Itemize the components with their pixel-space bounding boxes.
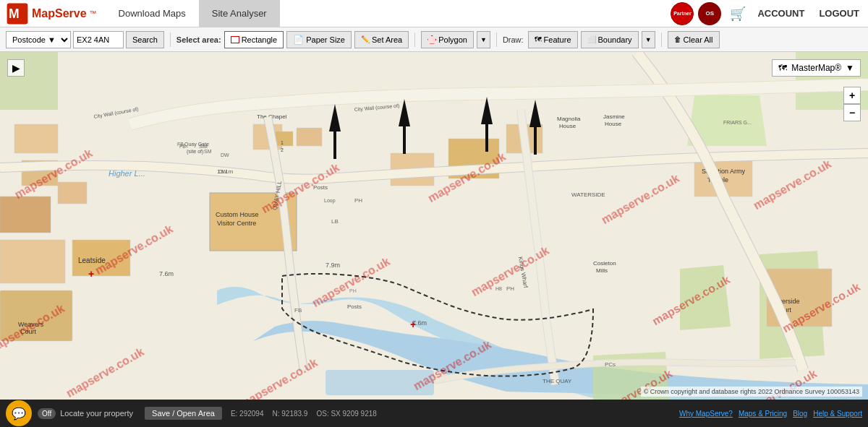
svg-text:Jasmine: Jasmine (603, 113, 625, 120)
polygon-icon (427, 35, 436, 44)
paper-size-button[interactable]: 📄 Paper Size (286, 31, 352, 48)
svg-text:DW: DW (218, 169, 227, 174)
svg-text:THE QUAY: THE QUAY (542, 378, 572, 384)
svg-text:+: + (88, 268, 94, 280)
pan-button[interactable]: ▶ (7, 59, 25, 77)
feature-icon: 🗺 (535, 35, 542, 43)
os-badge-circle: OS (698, 2, 721, 25)
map-layer-dropdown-icon[interactable]: ▼ (846, 63, 854, 73)
svg-text:Cosleton: Cosleton (593, 260, 616, 267)
svg-rect-4 (14, 124, 58, 153)
locate-label: Locate your property (60, 409, 133, 418)
divider-4 (661, 33, 662, 47)
svg-text:Loop: Loop (324, 198, 336, 204)
footer-center: Save / Open Area E: 292094 N: 92183.9 OS… (145, 407, 377, 420)
svg-text:7.9m: 7.9m (326, 262, 340, 269)
svg-rect-20 (297, 128, 322, 146)
svg-text:FB: FB (294, 307, 302, 314)
polygon-dropdown[interactable]: ▼ (477, 31, 490, 48)
tab-download-maps[interactable]: Download Maps (106, 0, 199, 27)
map-canvas: Weavers Court Leatside Custom House Visi… (0, 52, 868, 400)
locate-toggle-group: Off Locate your property (38, 408, 133, 419)
divider-1 (170, 33, 171, 47)
partner-badge-circle: Partner (671, 2, 694, 25)
svg-text:7.6m: 7.6m (159, 270, 174, 277)
postcode-dropdown[interactable]: Postcode ▼ (6, 31, 71, 48)
svg-text:WATERSIDE: WATERSIDE (571, 191, 605, 198)
rectangle-button[interactable]: Rectangle (224, 31, 284, 48)
postcode-group: Postcode ▼ Search (6, 31, 164, 48)
divider-2 (414, 33, 415, 47)
svg-text:PH: PH (506, 285, 514, 292)
zoom-in-button[interactable]: + (843, 87, 861, 104)
coord-n: N: 92183.9 (273, 410, 308, 418)
boundary-dropdown[interactable]: ▼ (642, 31, 655, 48)
polygon-button[interactable]: Polygon (421, 31, 474, 48)
map-container[interactable]: Weavers Court Leatside Custom House Visi… (0, 52, 868, 400)
chat-icon: 💬 (12, 407, 26, 420)
help-link[interactable]: Help & Support (813, 410, 862, 418)
feature-button[interactable]: 🗺 Feature (528, 31, 578, 48)
zoom-controls: + − (843, 87, 861, 121)
clear-all-button[interactable]: 🗑 Clear All (668, 31, 720, 48)
svg-text:+: + (410, 319, 416, 330)
select-area-label: Select area: (176, 35, 221, 44)
map-layer-label: MasterMap® (791, 63, 841, 73)
footer: 💬 Off Locate your property Save / Open A… (0, 400, 868, 427)
logo-text: MapServe (32, 7, 87, 20)
svg-text:Magnolia: Magnolia (557, 116, 581, 122)
map-layer-panel[interactable]: 🗺 MasterMap® ▼ (772, 59, 861, 77)
blog-link[interactable]: Blog (793, 410, 807, 418)
coord-e: E: 292094 (231, 410, 264, 418)
toggle-label[interactable]: Off (38, 408, 56, 419)
svg-text:H8: H8 (495, 286, 502, 291)
maps-pricing-link[interactable]: Maps & Pricing (739, 410, 787, 418)
svg-text:(site of): (site of) (187, 149, 203, 155)
svg-rect-6 (0, 197, 51, 233)
logo: M MapServe™ (6, 2, 97, 25)
header: M MapServe™ Download Maps Site Analyser … (0, 0, 868, 27)
svg-rect-8 (0, 240, 65, 283)
map-copyright: © Crown copyright and database rights 20… (641, 387, 862, 397)
cart-icon[interactable]: 🛒 (730, 6, 746, 22)
svg-text:Higher L...: Higher L... (109, 169, 145, 178)
save-open-button[interactable]: Save / Open Area (145, 407, 222, 420)
account-button[interactable]: ACCOUNT (754, 8, 807, 19)
boundary-icon: ⬜ (587, 35, 596, 43)
svg-text:PH: PH (354, 197, 362, 204)
set-area-button[interactable]: ✏️ Set Area (354, 31, 409, 48)
set-area-icon: ✏️ (361, 35, 370, 43)
postcode-input[interactable] (73, 31, 124, 48)
svg-rect-7 (58, 182, 87, 204)
logo-icon: M (6, 2, 29, 25)
zoom-out-button[interactable]: − (843, 104, 861, 121)
svg-text:LB: LB (331, 218, 339, 225)
trash-icon: 🗑 (674, 35, 681, 43)
paper-icon: 📄 (293, 35, 304, 45)
header-right: Partner OS 🛒 ACCOUNT LOGOUT (671, 2, 862, 25)
logout-button[interactable]: LOGOUT (816, 8, 862, 19)
svg-text:Visitor Centre: Visitor Centre (217, 220, 256, 227)
chat-button[interactable]: 💬 (6, 400, 32, 426)
pan-icon: ▶ (12, 62, 20, 74)
partner-badge: Partner OS (671, 2, 721, 25)
logo-trademark: ™ (90, 9, 97, 17)
svg-text:SM: SM (204, 149, 212, 154)
svg-text:PCs: PCs (605, 361, 616, 368)
svg-text:Custom House: Custom House (216, 211, 259, 218)
footer-right: Why MapServe? Maps & Pricing Blog Help &… (679, 410, 862, 418)
svg-text:1: 1 (281, 140, 284, 145)
svg-text:FB: FB (177, 142, 184, 147)
search-button[interactable]: Search (126, 31, 164, 48)
svg-text:House: House (605, 121, 622, 127)
tab-site-analyser[interactable]: Site Analyser (199, 0, 280, 27)
boundary-button[interactable]: ⬜ Boundary (581, 31, 639, 48)
svg-text:House: House (559, 123, 576, 129)
why-mapserve-link[interactable]: Why MapServe? (679, 410, 733, 418)
toolbar: Postcode ▼ Search Select area: Rectangle… (0, 27, 868, 52)
svg-text:DW: DW (221, 152, 229, 158)
map-layer-icon: 🗺 (778, 63, 787, 73)
rectangle-icon (231, 36, 239, 43)
svg-text:2: 2 (281, 147, 284, 152)
svg-text:Quay Gate: Quay Gate (184, 142, 209, 147)
